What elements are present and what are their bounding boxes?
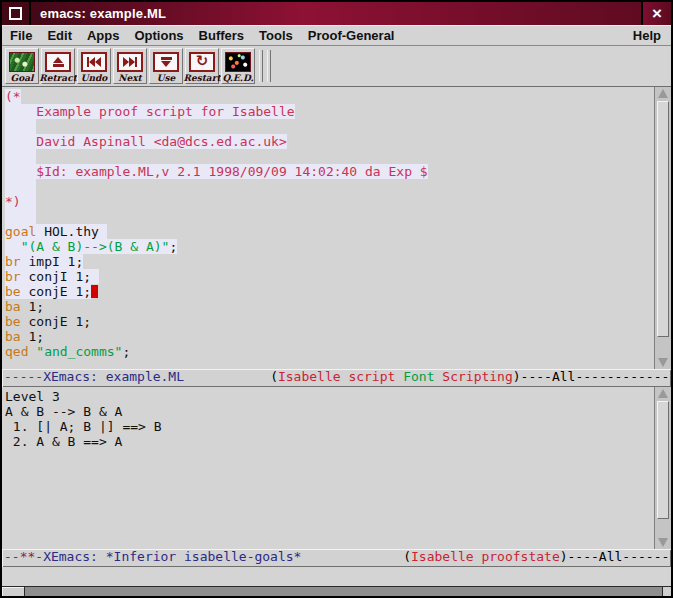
script-line[interactable] — [5, 179, 654, 194]
rewind-icon — [81, 51, 107, 72]
hscroll-track[interactable] — [25, 587, 662, 596]
toolbar-button-label: Restart — [183, 73, 220, 83]
toolbar-button-use[interactable]: Use — [149, 48, 183, 84]
goals-modeline: --**-XEmacs: *Inferior isabelle-goals* (… — [2, 549, 671, 567]
restart-icon: ↻ — [189, 51, 215, 72]
toolbar-button-label: Q.E.D. — [222, 73, 253, 83]
eject-icon — [45, 51, 71, 72]
goals-line: 1. [| A; B |] ==> B — [5, 419, 654, 434]
goals-line: A & B --> B & A — [5, 404, 654, 419]
menu-item-apps[interactable]: Apps — [87, 28, 120, 43]
script-line[interactable]: br conjI 1; — [5, 269, 654, 284]
scrollbar-thumb[interactable] — [657, 401, 669, 519]
menu-item-file[interactable]: File — [10, 28, 32, 43]
hscroll-right-cap[interactable] — [662, 587, 671, 596]
script-buffer[interactable]: (* Example proof script for Isabelle Dav… — [2, 87, 654, 369]
arrow-down-icon — [658, 538, 668, 547]
goals-scrollbar[interactable] — [654, 387, 671, 549]
toolbar-button-goal[interactable]: Goal — [5, 48, 39, 84]
script-line[interactable] — [5, 209, 654, 224]
scroll-up-arrow[interactable] — [655, 387, 671, 400]
goals-line: Level 3 — [5, 389, 654, 404]
script-line[interactable] — [5, 119, 654, 134]
script-line[interactable]: ba 1; — [5, 299, 654, 314]
window-menu-icon — [9, 7, 22, 20]
window-menu-button[interactable] — [2, 2, 31, 25]
menu-item-proof-general[interactable]: Proof-General — [308, 28, 395, 43]
title-bar[interactable]: emacs: example.ML × — [2, 2, 671, 25]
toolbar-separator — [259, 50, 263, 82]
horizontal-scrollbar[interactable] — [2, 586, 671, 596]
text-cursor — [91, 285, 98, 298]
close-icon: × — [652, 5, 662, 22]
scroll-up-arrow[interactable] — [655, 87, 671, 100]
goals-line: 2. A & B ==> A — [5, 434, 654, 449]
toolbar: GoalRetractUndoNextUse↻RestartQ.E.D. — [2, 46, 671, 87]
goal-image — [9, 51, 35, 72]
script-line[interactable]: "(A & B)-->(B & A)"; — [5, 239, 654, 254]
toolbar-button-label: Retract — [39, 73, 77, 83]
qed-image — [225, 51, 251, 72]
script-line[interactable]: David Aspinall <da@dcs.ed.ac.uk> — [5, 134, 654, 149]
goals-buffer-area: Level 3A & B --> B & A 1. [| A; B |] ==>… — [2, 387, 671, 549]
goals-buffer[interactable]: Level 3A & B --> B & A 1. [| A; B |] ==>… — [2, 387, 654, 549]
arrow-up-icon — [658, 389, 668, 398]
menu-bar: FileEditAppsOptionsBuffersToolsProof-Gen… — [2, 25, 671, 46]
toolbar-button-label: Goal — [11, 73, 34, 83]
script-line[interactable]: *) — [5, 194, 654, 209]
use-down-icon — [153, 51, 179, 72]
script-line[interactable]: be conjE 1; — [5, 284, 654, 299]
arrow-up-icon — [658, 89, 668, 98]
menu-item-buffers[interactable]: Buffers — [199, 28, 245, 43]
toolbar-separator — [267, 50, 271, 82]
script-buffer-area: (* Example proof script for Isabelle Dav… — [2, 87, 671, 369]
hscroll-left-cap[interactable] — [2, 587, 25, 596]
script-line[interactable]: br impI 1; — [5, 254, 654, 269]
arrow-down-icon — [658, 358, 668, 367]
xemacs-window: emacs: example.ML × FileEditAppsOptionsB… — [0, 0, 673, 598]
script-line[interactable] — [5, 149, 654, 164]
script-line[interactable]: goal HOL.thy — [5, 224, 654, 239]
script-modeline: -----XEmacs: example.ML (Isabelle script… — [2, 369, 671, 387]
toolbar-button-label: Use — [157, 73, 176, 83]
script-scrollbar[interactable] — [654, 87, 671, 369]
menu-item-edit[interactable]: Edit — [47, 28, 72, 43]
script-line[interactable]: (* — [5, 89, 654, 104]
window-title: emacs: example.ML — [31, 2, 641, 25]
script-line[interactable]: qed "and_comms"; — [5, 344, 654, 359]
script-line[interactable]: $Id: example.ML,v 2.1 1998/09/09 14:02:4… — [5, 164, 654, 179]
scrollbar-thumb[interactable] — [657, 101, 669, 337]
toolbar-button-restart[interactable]: ↻Restart — [185, 48, 219, 84]
script-line[interactable]: Example proof script for Isabelle — [5, 104, 654, 119]
scrollbar-track[interactable] — [655, 400, 671, 536]
toolbar-button-retract[interactable]: Retract — [41, 48, 75, 84]
toolbar-button-label: Undo — [81, 73, 108, 83]
scroll-down-arrow[interactable] — [655, 536, 671, 549]
script-line[interactable]: ba 1; — [5, 329, 654, 344]
fast-forward-icon — [117, 51, 143, 72]
toolbar-button-undo[interactable]: Undo — [77, 48, 111, 84]
toolbar-button-label: Next — [118, 73, 141, 83]
script-line[interactable]: be conjE 1; — [5, 314, 654, 329]
toolbar-button-q-e-d[interactable]: Q.E.D. — [221, 48, 255, 84]
close-button[interactable]: × — [641, 2, 671, 25]
scrollbar-track[interactable] — [655, 100, 671, 356]
menu-item-tools[interactable]: Tools — [259, 28, 293, 43]
minibuffer[interactable] — [2, 567, 671, 586]
scroll-down-arrow[interactable] — [655, 356, 671, 369]
menu-item-options[interactable]: Options — [134, 28, 183, 43]
menu-item-help[interactable]: Help — [633, 28, 661, 43]
toolbar-button-next[interactable]: Next — [113, 48, 147, 84]
